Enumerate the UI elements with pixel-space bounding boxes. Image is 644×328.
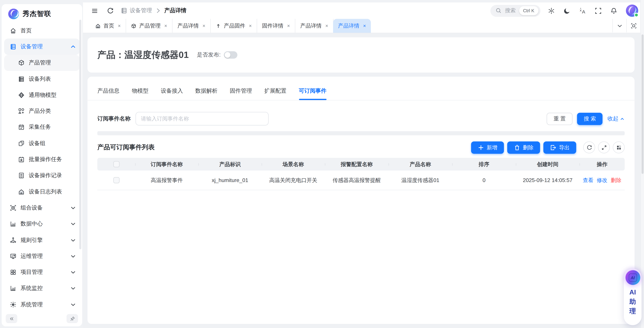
sidebar: 秀杰智联 首页 设备管理 产品管理 设备列表 通用物模型 xyxy=(2,4,82,326)
sidebar-item-project-manage[interactable]: 项目管理 xyxy=(2,264,82,280)
pin-sidebar-button[interactable] xyxy=(66,314,78,323)
main-area: 设备管理 产品详情 搜索 Ctrl K xA xyxy=(83,0,644,328)
global-search[interactable]: 搜索 Ctrl K xyxy=(490,5,540,17)
list-toolbar: 产品可订阅事件列表 新增 删除 导出 xyxy=(97,141,625,154)
event-name-input[interactable] xyxy=(136,112,268,126)
sidebar-item-data-center[interactable]: 数据中心 xyxy=(2,216,82,232)
workspace-tab-product-manage[interactable]: 产品管理 × xyxy=(126,19,172,33)
sidebar-item-ops-manage[interactable]: 运维管理 xyxy=(2,248,82,264)
export-button[interactable]: 导出 xyxy=(543,141,576,154)
col-event-name: 订阅事件名称 xyxy=(135,161,198,168)
refresh-page-button[interactable] xyxy=(105,6,115,16)
sidebar-scrollbar-thumb[interactable] xyxy=(79,20,81,249)
close-tab-icon[interactable]: × xyxy=(325,23,328,29)
column-settings-button[interactable] xyxy=(613,142,625,153)
search-button[interactable]: 搜 索 xyxy=(577,113,602,125)
close-tab-icon[interactable]: × xyxy=(164,23,167,29)
menu-toggle-button[interactable] xyxy=(90,6,100,16)
workspace-tabbar: 首页 × 产品管理 × 产品详情 × 产品固件 × 固件详情 × xyxy=(83,19,644,33)
trash-icon xyxy=(514,144,520,151)
device-list-icon xyxy=(18,76,25,82)
add-button[interactable]: 新增 xyxy=(471,141,504,154)
publish-toggle[interactable] xyxy=(224,51,238,59)
sidebar-item-thing-model[interactable]: 通用物模型 xyxy=(2,87,82,103)
sidebar-item-collect-task[interactable]: 采集任务 xyxy=(2,119,82,135)
device-manage-icon xyxy=(10,43,16,50)
tab-product-info[interactable]: 产品信息 xyxy=(97,87,120,100)
tab-device-access[interactable]: 设备接入 xyxy=(161,87,183,100)
sidebar-item-product-manage[interactable]: 产品管理 xyxy=(4,55,80,71)
bell-icon xyxy=(610,7,617,14)
breadcrumb-section[interactable]: 设备管理 xyxy=(121,7,152,14)
sidebar-item-combine-device[interactable]: 组合设备 xyxy=(2,200,82,216)
product-header-card: 产品：温湿度传感器01 是否发布: xyxy=(88,37,634,72)
tab-extend-config[interactable]: 扩展配置 xyxy=(264,87,286,100)
row-checkbox[interactable] xyxy=(113,177,119,183)
close-tab-icon[interactable]: × xyxy=(363,23,366,29)
close-tab-icon[interactable]: × xyxy=(287,23,290,29)
reset-button[interactable]: 重 置 xyxy=(546,113,572,125)
workspace-tab-product-firmware[interactable]: 产品固件 × xyxy=(211,19,257,33)
table-fullscreen-button[interactable] xyxy=(598,142,610,153)
sidebar-item-rule-engine[interactable]: 规则引擎 xyxy=(2,232,82,248)
close-tab-icon[interactable]: × xyxy=(249,23,252,29)
collapse-sidebar-button[interactable] xyxy=(6,314,17,323)
col-product-key: 产品标识 xyxy=(198,161,262,168)
cell-event-name: 高温报警事件 xyxy=(135,176,198,184)
chevron-right-icon xyxy=(155,7,161,14)
chevron-down-icon xyxy=(70,253,76,259)
sidebar-item-device-log[interactable]: 设备日志列表 xyxy=(2,184,82,200)
product-detail-card: 产品信息 物模型 设备接入 数据解析 固件管理 扩展配置 可订阅事件 订阅事件名… xyxy=(88,77,634,324)
sidebar-item-system-manage[interactable]: 系统管理 xyxy=(2,297,82,313)
tab-subscribable-events[interactable]: 可订阅事件 xyxy=(299,87,326,100)
content-fullscreen-button[interactable] xyxy=(626,19,640,32)
refresh-table-button[interactable] xyxy=(583,142,595,153)
sidebar-item-category[interactable]: 产品分类 xyxy=(2,103,82,119)
settings-button[interactable] xyxy=(546,6,556,16)
select-all-checkbox[interactable] xyxy=(113,161,119,167)
translate-icon: xA xyxy=(579,7,586,14)
tab-thing-model[interactable]: 物模型 xyxy=(132,87,148,100)
notifications-button[interactable] xyxy=(609,6,618,16)
stage: 秀杰智联 首页 设备管理 产品管理 设备列表 通用物模型 xyxy=(0,0,644,328)
collapse-filter-link[interactable]: 收起 xyxy=(607,115,625,122)
filter-label: 订阅事件名称 xyxy=(97,115,130,122)
delete-button[interactable]: 删除 xyxy=(507,141,540,154)
workspace-tab-product-detail-2[interactable]: 产品详情 × xyxy=(295,19,334,33)
workspace-tab-product-detail-1[interactable]: 产品详情 × xyxy=(172,19,210,33)
breadcrumb: 设备管理 产品详情 xyxy=(121,7,186,14)
chevron-down-icon xyxy=(70,237,76,243)
theme-toggle-button[interactable] xyxy=(562,6,572,16)
ai-assistant-widget[interactable]: AI AI 助 理 xyxy=(624,269,642,325)
home-icon xyxy=(95,23,101,28)
sidebar-item-device-manage[interactable]: 设备管理 xyxy=(4,39,80,55)
edit-link[interactable]: 修改 xyxy=(597,176,608,184)
tab-firmware-manage[interactable]: 固件管理 xyxy=(230,87,252,100)
brand: 秀杰智联 xyxy=(2,4,82,22)
sidebar-item-system-monitor[interactable]: 系统监控 xyxy=(2,280,82,297)
workspace-tab-home[interactable]: 首页 × xyxy=(90,19,126,33)
view-link[interactable]: 查看 xyxy=(583,176,594,184)
sidebar-item-device-group[interactable]: 设备组 xyxy=(2,135,82,152)
tab-list-dropdown-button[interactable] xyxy=(612,19,626,32)
chevron-down-icon xyxy=(70,221,76,227)
fullscreen-button[interactable] xyxy=(593,6,603,16)
sidebar-item-device-list[interactable]: 设备列表 xyxy=(2,71,82,87)
user-avatar[interactable] xyxy=(626,4,638,17)
ai-assistant-label: AI 助 理 xyxy=(630,289,636,315)
close-tab-icon[interactable]: × xyxy=(202,23,205,29)
sidebar-item-home[interactable]: 首页 xyxy=(2,22,82,39)
workspace-tab-product-detail-active[interactable]: 产品详情 × xyxy=(333,19,371,33)
close-tab-icon[interactable]: × xyxy=(118,23,121,29)
sidebar-item-operation-record[interactable]: 设备操作记录 xyxy=(2,167,82,184)
delete-link[interactable]: 删除 xyxy=(611,176,622,184)
language-button[interactable]: xA xyxy=(578,6,587,16)
col-created-at: 创建时间 xyxy=(516,161,580,168)
cell-created-at: 2025-09-12 14:05:57 xyxy=(516,177,580,183)
workspace-tab-firmware-detail[interactable]: 固件详情 × xyxy=(257,19,295,33)
refresh-icon xyxy=(586,145,592,150)
page-scrollbar-thumb[interactable] xyxy=(641,34,643,174)
tab-data-parse[interactable]: 数据解析 xyxy=(195,87,218,100)
sidebar-item-batch-task[interactable]: 批量操作任务 xyxy=(2,152,82,167)
device-log-icon xyxy=(18,188,25,195)
